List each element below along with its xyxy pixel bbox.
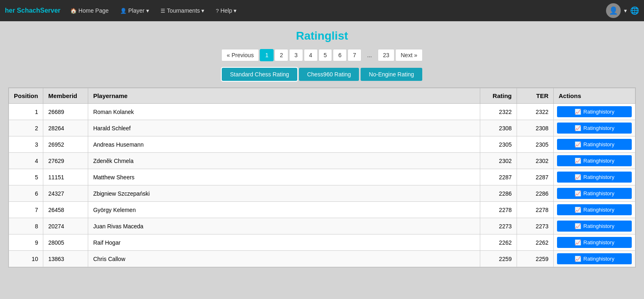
cell-actions: 📈Ratinghistory: [554, 136, 635, 153]
cell-memberid: 11151: [43, 169, 88, 185]
pagination-page-4[interactable]: 4: [304, 49, 318, 61]
tab-chess960-rating[interactable]: Chess960 Rating: [299, 68, 359, 81]
ratinghistory-icon: 📈: [575, 174, 581, 180]
tab-no-engine-rating[interactable]: No-Engine Rating: [361, 68, 422, 81]
table-row: 427629Zdeněk Chmela23022302📈Ratinghistor…: [9, 153, 635, 169]
cell-position: 10: [9, 251, 43, 267]
col-header-ter: TER: [517, 88, 554, 104]
cell-rating: 2286: [480, 185, 517, 202]
table-row: 326952Andreas Husemann23052305📈Ratinghis…: [9, 136, 635, 153]
ratinghistory-button[interactable]: 📈Ratinghistory: [557, 106, 632, 117]
tournaments-icon: ☰: [160, 8, 165, 14]
pagination-page-7[interactable]: 7: [348, 49, 361, 61]
ratinghistory-button[interactable]: 📈Ratinghistory: [557, 188, 632, 199]
ratinghistory-icon: 📈: [575, 256, 581, 262]
pagination-page-5[interactable]: 5: [319, 49, 332, 61]
cell-rating: 2287: [480, 169, 517, 185]
pagination-next[interactable]: Next »: [395, 49, 422, 61]
tab-standard-chess-rating[interactable]: Standard Chess Rating: [222, 68, 297, 81]
cell-actions: 📈Ratinghistory: [554, 218, 635, 234]
cell-ter: 2305: [517, 136, 554, 153]
cell-memberid: 26952: [43, 136, 88, 153]
pagination-page-6[interactable]: 6: [333, 49, 347, 61]
cell-memberid: 26458: [43, 202, 88, 218]
cell-playername: Zbigniew Szczepański: [88, 185, 480, 202]
ratinghistory-label: Ratinghistory: [584, 239, 615, 245]
nav-player-label: Player ▾: [128, 7, 149, 14]
nav-tournaments-label: Tournaments ▾: [167, 7, 205, 14]
cell-position: 9: [9, 234, 43, 251]
ratinghistory-button[interactable]: 📈Ratinghistory: [557, 172, 632, 183]
cell-memberid: 28005: [43, 234, 88, 251]
pagination-page-23[interactable]: 23: [378, 49, 395, 61]
ratinghistory-button[interactable]: 📈Ratinghistory: [557, 253, 632, 264]
table-row: 126689Roman Kolanek23222322📈Ratinghistor…: [9, 104, 635, 120]
ratinghistory-icon: 📈: [575, 125, 581, 131]
ratinghistory-button[interactable]: 📈Ratinghistory: [557, 204, 632, 215]
cell-playername: Matthew Sheers: [88, 169, 480, 185]
col-header-actions: Actions: [554, 88, 635, 104]
user-dropdown-icon[interactable]: ▾: [624, 7, 627, 14]
cell-actions: 📈Ratinghistory: [554, 153, 635, 169]
cell-playername: Andreas Husemann: [88, 136, 480, 153]
pagination-page-1[interactable]: 1: [260, 49, 274, 61]
table-row: 1013863Chris Callow22592259📈Ratinghistor…: [9, 251, 635, 267]
cell-actions: 📈Ratinghistory: [554, 120, 635, 136]
cell-rating: 2305: [480, 136, 517, 153]
ratinghistory-button[interactable]: 📈Ratinghistory: [557, 123, 632, 134]
cell-rating: 2262: [480, 234, 517, 251]
cell-memberid: 27629: [43, 153, 88, 169]
cell-position: 3: [9, 136, 43, 153]
cell-memberid: 24327: [43, 185, 88, 202]
col-header-position: Position: [9, 88, 43, 104]
cell-playername: Roman Kolanek: [88, 104, 480, 120]
ratings-table-container: Position Memberid Playername Rating TER …: [8, 87, 636, 268]
pagination: « Previous 1 2 3 4 5 6 7 ... 23 Next »: [8, 49, 636, 61]
pagination-prev[interactable]: « Previous: [221, 49, 259, 61]
cell-actions: 📈Ratinghistory: [554, 185, 635, 202]
ratinghistory-button[interactable]: 📈Ratinghistory: [557, 237, 632, 248]
cell-actions: 📈Ratinghistory: [554, 251, 635, 267]
ratinghistory-button[interactable]: 📈Ratinghistory: [557, 155, 632, 166]
cell-actions: 📈Ratinghistory: [554, 104, 635, 120]
cell-playername: Chris Callow: [88, 251, 480, 267]
cell-rating: 2322: [480, 104, 517, 120]
globe-icon[interactable]: 🌐: [630, 6, 639, 15]
cell-position: 4: [9, 153, 43, 169]
nav-home[interactable]: 🏠 Home Page: [65, 4, 114, 17]
cell-actions: 📈Ratinghistory: [554, 234, 635, 251]
nav-tournaments[interactable]: ☰ Tournaments ▾: [156, 4, 209, 17]
nav-help[interactable]: ? Help ▾: [211, 4, 241, 17]
table-row: 228264Harald Schleef23082308📈Ratinghisto…: [9, 120, 635, 136]
ratinghistory-icon: 📈: [575, 158, 581, 164]
avatar[interactable]: 👤: [606, 3, 621, 18]
ratinghistory-label: Ratinghistory: [584, 207, 615, 213]
pagination-page-2[interactable]: 2: [274, 49, 288, 61]
ratinghistory-icon: 📈: [575, 223, 581, 229]
ratinghistory-button[interactable]: 📈Ratinghistory: [557, 221, 632, 232]
help-icon: ?: [216, 8, 218, 14]
ratinghistory-label: Ratinghistory: [584, 125, 615, 131]
ratinghistory-icon: 📈: [575, 239, 581, 245]
rating-tabs: Standard Chess Rating Chess960 Rating No…: [8, 68, 636, 81]
cell-memberid: 28264: [43, 120, 88, 136]
ratinghistory-label: Ratinghistory: [584, 174, 615, 180]
pagination-page-3[interactable]: 3: [289, 49, 303, 61]
cell-memberid: 26689: [43, 104, 88, 120]
cell-ter: 2308: [517, 120, 554, 136]
ratinghistory-button[interactable]: 📈Ratinghistory: [557, 139, 632, 150]
cell-position: 5: [9, 169, 43, 185]
col-header-memberid: Memberid: [43, 88, 88, 104]
cell-position: 1: [9, 104, 43, 120]
navbar: her SchachServer 🏠 Home Page 👤 Player ▾ …: [0, 0, 644, 21]
main-content: Ratinglist « Previous 1 2 3 4 5 6 7 ... …: [0, 21, 644, 299]
ratinghistory-label: Ratinghistory: [584, 256, 615, 262]
cell-rating: 2278: [480, 202, 517, 218]
cell-ter: 2287: [517, 169, 554, 185]
cell-ter: 2322: [517, 104, 554, 120]
nav-player[interactable]: 👤 Player ▾: [115, 4, 154, 17]
cell-memberid: 20274: [43, 218, 88, 234]
cell-position: 7: [9, 202, 43, 218]
ratinghistory-icon: 📈: [575, 109, 581, 115]
cell-memberid: 13863: [43, 251, 88, 267]
